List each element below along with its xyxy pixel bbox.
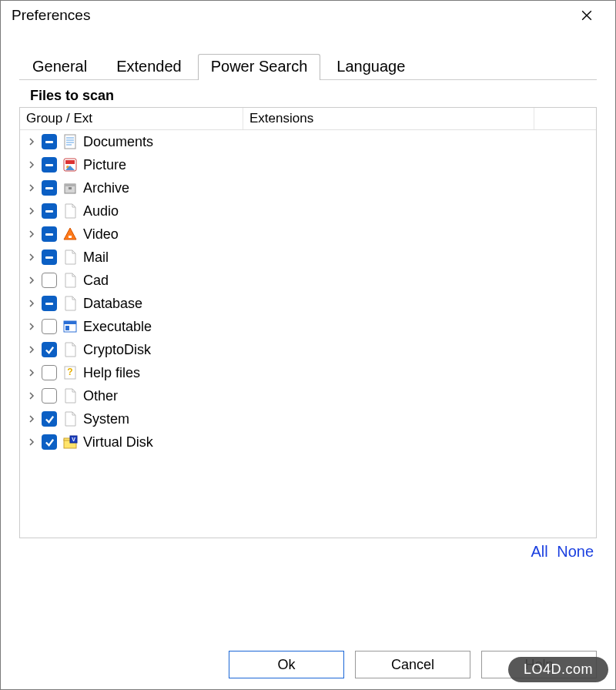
tree-row-label: Virtual Disk (83, 434, 153, 451)
svg-text:?: ? (67, 367, 72, 377)
checkbox[interactable] (42, 296, 57, 311)
tree-row-label: Documents (83, 134, 153, 150)
tree-row[interactable]: ?Help files (20, 361, 596, 384)
chevron-right-icon[interactable] (26, 159, 37, 170)
chevron-right-icon[interactable] (26, 437, 37, 447)
chevron-right-icon[interactable] (26, 344, 37, 355)
tree-row[interactable]: Archive (20, 176, 596, 199)
tree-row[interactable]: CryptoDisk (20, 338, 596, 361)
checkbox[interactable] (42, 388, 57, 404)
ok-button[interactable]: Ok (229, 651, 344, 678)
close-button[interactable] (569, 4, 604, 27)
tree-row-label: System (83, 411, 129, 427)
cancel-button[interactable]: Cancel (355, 651, 470, 678)
tree-row[interactable]: Mail (20, 246, 596, 269)
tree-row-label: Other (83, 388, 118, 404)
power-search-panel: Files to scan Group / Ext Extensions Doc… (19, 88, 597, 561)
file-icon (62, 387, 79, 404)
chevron-right-icon[interactable] (26, 390, 37, 401)
tab-extended[interactable]: Extended (103, 54, 195, 80)
tree-row-label: Picture (83, 157, 126, 173)
chevron-right-icon[interactable] (26, 229, 37, 239)
tree-row[interactable]: Documents (20, 130, 596, 153)
window-title: Preferences (12, 7, 90, 24)
vdisk-icon: V (62, 434, 79, 451)
tree-row[interactable]: VVirtual Disk (20, 430, 596, 454)
select-all-link[interactable]: All (531, 543, 547, 560)
chevron-right-icon[interactable] (26, 298, 37, 309)
tree-row[interactable]: Cad (20, 269, 596, 292)
tree-row-label: CryptoDisk (83, 342, 151, 358)
svg-rect-17 (65, 326, 69, 330)
checkbox[interactable] (42, 319, 57, 334)
tree-row[interactable]: Executable (20, 315, 596, 338)
checkbox[interactable] (42, 342, 57, 357)
preferences-dialog: Preferences General Extended Power Searc… (0, 0, 616, 690)
close-icon (581, 10, 592, 21)
watermark: LO4D.com (508, 657, 608, 682)
tabstrip: General Extended Power Search Language (19, 53, 597, 80)
tree-row-label: Audio (83, 203, 119, 219)
tree-row-label: Cad (83, 273, 109, 289)
chevron-right-icon[interactable] (26, 136, 37, 147)
exe-icon (62, 318, 79, 335)
picture-icon (62, 156, 79, 173)
tree-row-label: Video (83, 226, 119, 243)
tree-header-group[interactable]: Group / Ext (20, 108, 243, 129)
tree-row-label: Executable (83, 319, 152, 335)
chevron-right-icon[interactable] (26, 183, 37, 193)
doc-icon (62, 133, 79, 150)
video-icon (62, 226, 79, 243)
tab-language[interactable]: Language (323, 54, 418, 80)
svg-rect-16 (64, 321, 76, 324)
tree-row[interactable]: Other (20, 384, 596, 407)
tree-row[interactable]: Audio (20, 199, 596, 223)
chevron-right-icon[interactable] (26, 206, 37, 216)
svg-rect-11 (65, 184, 75, 186)
file-icon (62, 203, 79, 219)
svg-rect-14 (69, 236, 72, 238)
checkbox[interactable] (42, 226, 57, 242)
checkbox[interactable] (42, 180, 57, 196)
tree-row-label: Archive (83, 180, 129, 196)
file-icon (62, 341, 79, 358)
select-links: All None (19, 543, 594, 561)
checkbox[interactable] (42, 203, 57, 219)
svg-rect-2 (65, 135, 75, 149)
svg-rect-12 (69, 187, 72, 189)
tree-headers: Group / Ext Extensions (20, 108, 596, 130)
tree-row[interactable]: Picture (20, 153, 596, 176)
chevron-right-icon[interactable] (26, 321, 37, 332)
checkbox[interactable] (42, 411, 57, 427)
file-icon (62, 410, 79, 427)
checkbox[interactable] (42, 273, 57, 288)
checkbox[interactable] (42, 157, 57, 172)
checkbox[interactable] (42, 134, 57, 149)
tree-header-extensions[interactable]: Extensions (243, 108, 534, 129)
file-icon (62, 249, 79, 266)
checkbox[interactable] (42, 434, 57, 450)
file-icon (62, 295, 79, 312)
checkbox[interactable] (42, 250, 57, 265)
tree-row-label: Help files (83, 365, 140, 381)
file-icon (62, 272, 79, 289)
tree-row[interactable]: Video (20, 223, 596, 246)
svg-text:V: V (72, 437, 75, 442)
tree-row[interactable]: Database (20, 292, 596, 315)
tree-body: DocumentsPictureArchiveAudioVideoMailCad… (20, 130, 596, 538)
tree-row[interactable]: System (20, 407, 596, 430)
archive-icon (62, 179, 79, 196)
chevron-right-icon[interactable] (26, 414, 37, 424)
chevron-right-icon[interactable] (26, 252, 37, 263)
tree-row-label: Database (83, 296, 142, 312)
tree-header-tail (534, 108, 596, 129)
titlebar: Preferences (1, 1, 615, 30)
checkbox[interactable] (42, 365, 57, 380)
tree-row-label: Mail (83, 250, 109, 266)
tab-power-search[interactable]: Power Search (198, 54, 321, 80)
chevron-right-icon[interactable] (26, 367, 37, 378)
tab-general[interactable]: General (19, 54, 100, 80)
chevron-right-icon[interactable] (26, 275, 37, 286)
svg-rect-8 (65, 160, 75, 164)
select-none-link[interactable]: None (557, 543, 594, 560)
